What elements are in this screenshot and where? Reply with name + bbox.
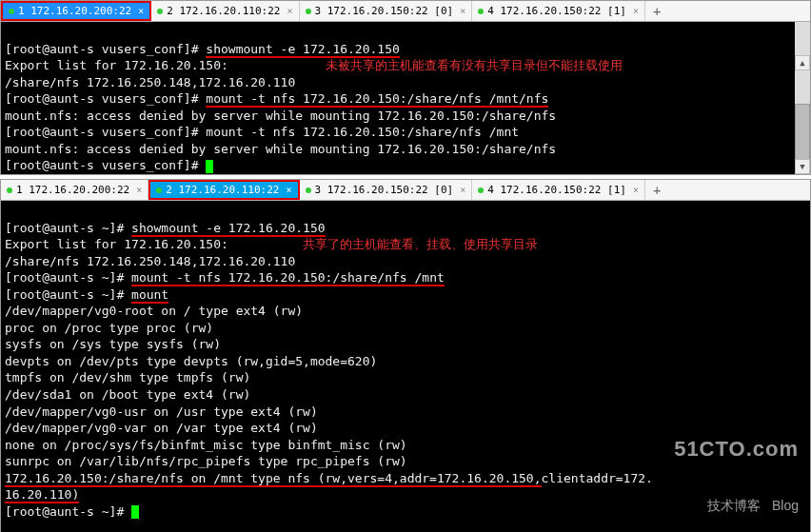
output-line: sunrpc on /var/lib/nfs/rpc_pipefs type r… [5, 454, 407, 468]
tab-label: 1 172.16.20.200:22 [18, 5, 131, 17]
tab-label: 1 172.16.20.200:22 [16, 184, 129, 196]
prompt: [root@aunt-s vusers_conf]# [5, 91, 206, 106]
watermark-line1: 51CTO.com [674, 435, 799, 463]
tab-2-1[interactable]: 1 172.16.20.200:22 × [1, 180, 148, 200]
tab-label: 4 172.16.20.150:22 [1] [487, 5, 626, 17]
tab-label: 2 172.16.20.110:22 [167, 5, 280, 17]
tab-label: 2 172.16.20.110:22 [166, 184, 279, 196]
prompt: [root@aunt-s ~]# [5, 287, 131, 302]
close-icon[interactable]: × [138, 6, 144, 16]
watermark-line2: 技术博客 Blog [674, 497, 799, 515]
tab-label: 3 172.16.20.150:22 [0] [315, 5, 454, 17]
status-dot-icon [478, 9, 484, 14]
output-line: tmpfs on /dev/shm type tmpfs (rw) [5, 370, 250, 384]
tab-2-3[interactable]: 3 172.16.20.150:22 [0] × [300, 180, 473, 200]
watermark: 51CTO.com 技术博客 Blog [674, 402, 799, 532]
output-line: sysfs on /sys type sysfs (rw) [5, 337, 221, 351]
output-line: Export list for 172.16.20.150: [5, 237, 228, 251]
tab-1-1[interactable]: 1 172.16.20.200:22 × [1, 1, 151, 21]
tab-label: 3 172.16.20.150:22 [0] [315, 184, 454, 196]
scroll-down-icon[interactable]: ▼ [795, 159, 810, 174]
status-dot-icon [306, 187, 311, 193]
scrollbar[interactable]: ▲ ▼ [795, 22, 810, 174]
close-icon[interactable]: × [460, 185, 465, 195]
add-tab-button[interactable]: + [645, 180, 668, 200]
prompt: [root@aunt-s ~]# [5, 504, 131, 519]
output-line: proc on /proc type proc (rw) [5, 321, 213, 335]
status-dot-icon [306, 9, 311, 14]
output-line: /share/nfs 172.16.250.148,172.16.20.110 [5, 254, 295, 268]
command: mount -t nfs 172.16.20.150:/share/nfs /m… [206, 91, 548, 108]
add-tab-button[interactable]: + [645, 1, 668, 21]
status-dot-icon [9, 9, 14, 14]
terminal-panel-2: 1 172.16.20.200:22 × 2 172.16.20.110:22 … [0, 179, 811, 532]
tabbar-2: 1 172.16.20.200:22 × 2 172.16.20.110:22 … [1, 180, 810, 201]
status-dot-icon [478, 187, 484, 193]
command: showmount -e 172.16.20.150 [206, 42, 400, 58]
tab-label: 4 172.16.20.150:22 [1] [487, 184, 626, 196]
output-line: mount.nfs: access denied by server while… [5, 108, 556, 123]
output-line: 172.16.20.150:/share/nfs on /mnt type nf… [5, 471, 542, 487]
annotation-note: 未被共享的主机能查看有没有共享目录但不能挂载使用 [326, 58, 623, 72]
close-icon[interactable]: × [633, 185, 639, 195]
plus-icon: + [653, 183, 661, 198]
prompt: [root@aunt-s ~]# [5, 270, 131, 285]
output-line: /dev/mapper/vg0-var on /var type ext4 (r… [5, 421, 318, 435]
tabbar-1: 1 172.16.20.200:22 × 2 172.16.20.110:22 … [1, 1, 810, 22]
tab-1-4[interactable]: 4 172.16.20.150:22 [1] × [472, 1, 645, 21]
cursor-icon [131, 505, 139, 519]
close-icon[interactable]: × [286, 185, 291, 195]
tab-2-2[interactable]: 2 172.16.20.110:22 × [148, 180, 299, 200]
terminal-output-1[interactable]: [root@aunt-s vusers_conf]# showmount -e … [1, 22, 810, 174]
scroll-up-icon[interactable]: ▲ [795, 55, 810, 70]
status-dot-icon [7, 187, 12, 193]
command: mount -t nfs 172.16.20.150:/share/nfs /m… [206, 125, 519, 139]
tab-1-2[interactable]: 2 172.16.20.110:22 × [151, 1, 299, 21]
annotation-note: 共享了的主机能查看、挂载、使用共享目录 [303, 237, 538, 251]
output-line: devpts on /dev/pts type devpts (rw,gid=5… [5, 354, 377, 368]
terminal-output-2[interactable]: [root@aunt-s ~]# showmount -e 172.16.20.… [1, 201, 810, 532]
tab-1-3[interactable]: 3 172.16.20.150:22 [0] × [300, 1, 473, 21]
prompt: [root@aunt-s ~]# [5, 221, 131, 235]
output-line: clientaddr=172. [542, 471, 653, 485]
output-line: mount.nfs: access denied by server while… [5, 142, 556, 156]
output-line: /dev/mapper/vg0-usr on /usr type ext4 (r… [5, 404, 318, 419]
output-line: Export list for 172.16.20.150: [5, 58, 228, 72]
close-icon[interactable]: × [136, 185, 142, 195]
terminal-panel-1: 1 172.16.20.200:22 × 2 172.16.20.110:22 … [0, 0, 811, 175]
close-icon[interactable]: × [460, 6, 465, 16]
prompt: [root@aunt-s vusers_conf]# [5, 158, 206, 172]
plus-icon: + [653, 4, 661, 19]
tab-2-4[interactable]: 4 172.16.20.150:22 [1] × [472, 180, 645, 200]
close-icon[interactable]: × [633, 6, 639, 16]
prompt: [root@aunt-s vusers_conf]# [5, 125, 206, 139]
output-line: none on /proc/sys/fs/binfmt_misc type bi… [5, 438, 407, 452]
close-icon[interactable]: × [287, 6, 292, 16]
output-line: /dev/mapper/vg0-root on / type ext4 (rw) [5, 304, 303, 318]
command: showmount -e 172.16.20.150 [131, 221, 326, 237]
cursor-icon [206, 160, 213, 173]
command: mount [131, 287, 168, 304]
output-line: /share/nfs 172.16.250.148,172.16.20.110 [5, 75, 295, 89]
status-dot-icon [157, 9, 163, 14]
prompt: [root@aunt-s vusers_conf]# [5, 42, 206, 56]
command: mount -t nfs 172.16.20.150:/share/nfs /m… [131, 270, 445, 286]
output-line: /dev/sda1 on /boot type ext4 (rw) [5, 387, 250, 402]
output-line: 16.20.110) [5, 487, 79, 503]
status-dot-icon [156, 187, 162, 193]
